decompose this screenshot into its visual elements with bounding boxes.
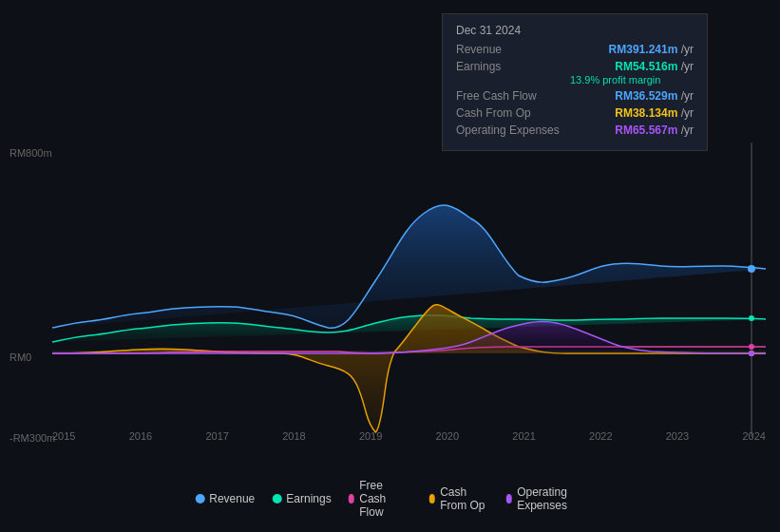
legend-item-fcf: Free Cash Flow xyxy=(349,479,412,519)
x-axis-labels: 2015 2016 2017 2018 2019 2020 2021 2022 … xyxy=(52,430,766,442)
legend-dot-revenue xyxy=(195,494,204,504)
y-axis-zero: RM0 xyxy=(10,352,31,363)
legend-dot-fcf xyxy=(349,494,355,504)
legend-dot-cfo xyxy=(429,494,436,504)
revenue-dot xyxy=(748,265,755,273)
tooltip-value-fcf: RM36.529m /yr xyxy=(615,89,694,103)
legend-item-opex: Operating Expenses xyxy=(506,485,585,512)
x-label-2016: 2016 xyxy=(129,430,152,442)
legend-label-fcf: Free Cash Flow xyxy=(359,479,411,519)
legend-dot-earnings xyxy=(272,494,281,504)
opex-dot xyxy=(749,351,754,356)
x-label-2018: 2018 xyxy=(282,430,305,442)
x-label-2024: 2024 xyxy=(742,430,765,442)
tooltip-label-cfo: Cash From Op xyxy=(456,106,570,120)
tooltip-value-cfo: RM38.134m /yr xyxy=(615,106,694,120)
tooltip-row-earnings: Earnings RM54.516m /yr xyxy=(456,60,694,73)
tooltip-row-opex: Operating Expenses RM65.567m /yr xyxy=(456,124,694,137)
chart-area xyxy=(52,142,766,437)
revenue-area xyxy=(52,205,766,328)
legend-item-revenue: Revenue xyxy=(195,492,255,505)
legend-label-opex: Operating Expenses xyxy=(517,485,585,512)
x-label-2020: 2020 xyxy=(436,430,459,442)
tooltip-label-fcf: Free Cash Flow xyxy=(456,89,570,103)
legend-label-revenue: Revenue xyxy=(209,492,255,505)
fcf-dot xyxy=(749,344,754,350)
tooltip-value-earnings: RM54.516m /yr xyxy=(615,60,694,73)
chart-legend: Revenue Earnings Free Cash Flow Cash Fro… xyxy=(195,479,585,519)
legend-item-earnings: Earnings xyxy=(272,492,331,505)
tooltip-profit-margin: 13.9% profit margin xyxy=(456,74,694,86)
x-label-2023: 2023 xyxy=(666,430,689,442)
tooltip-label-earnings: Earnings xyxy=(456,60,570,73)
earnings-dot xyxy=(749,315,754,321)
y-axis-top: RM800m xyxy=(10,147,52,159)
tooltip-row-cfo: Cash From Op RM38.134m /yr xyxy=(456,106,694,120)
legend-dot-opex xyxy=(506,494,513,504)
x-label-2022: 2022 xyxy=(589,430,612,442)
legend-label-earnings: Earnings xyxy=(286,492,331,505)
chart-svg xyxy=(52,142,766,437)
tooltip-value-opex: RM65.567m /yr xyxy=(615,124,694,137)
tooltip-label-opex: Operating Expenses xyxy=(456,124,570,137)
legend-item-cfo: Cash From Op xyxy=(429,485,489,512)
y-axis-bottom: -RM300m xyxy=(10,432,55,444)
x-label-2015: 2015 xyxy=(52,430,75,442)
chart-container: Dec 31 2024 Revenue RM391.241m /yr Earni… xyxy=(0,0,780,532)
tooltip-row-revenue: Revenue RM391.241m /yr xyxy=(456,43,694,56)
tooltip-date: Dec 31 2024 xyxy=(456,24,694,37)
tooltip-box: Dec 31 2024 Revenue RM391.241m /yr Earni… xyxy=(442,13,708,151)
x-label-2017: 2017 xyxy=(205,430,228,442)
x-label-2021: 2021 xyxy=(512,430,535,442)
x-label-2019: 2019 xyxy=(359,430,382,442)
legend-label-cfo: Cash From Op xyxy=(440,485,488,512)
tooltip-value-revenue: RM391.241m /yr xyxy=(609,43,694,56)
tooltip-row-fcf: Free Cash Flow RM36.529m /yr xyxy=(456,89,694,103)
tooltip-label-revenue: Revenue xyxy=(456,43,570,56)
